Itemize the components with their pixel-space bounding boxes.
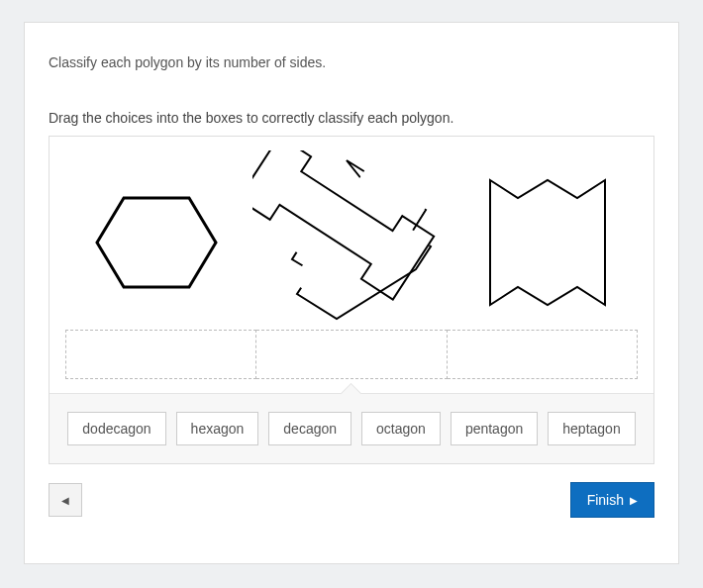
dropzone-1[interactable]	[65, 330, 256, 379]
shapes-row	[50, 137, 653, 330]
triangle-left-icon: ◀	[61, 495, 69, 506]
hexagon-icon	[92, 183, 221, 302]
dropzone-3[interactable]	[448, 330, 638, 379]
back-button[interactable]: ◀	[49, 483, 82, 517]
shape-dodecagon	[252, 150, 451, 334]
svg-marker-2	[287, 158, 432, 313]
shape-decagon	[451, 168, 644, 317]
choice-pentagon[interactable]: pentagon	[451, 412, 538, 445]
shape-hexagon	[59, 183, 252, 302]
dropzone-2[interactable]	[256, 330, 447, 379]
choice-dodecagon[interactable]: dodecagon	[67, 412, 165, 445]
nav-row: ◀ Finish ▶	[49, 482, 654, 518]
choice-decagon[interactable]: decagon	[268, 412, 352, 445]
decagon-icon	[478, 168, 617, 317]
choice-hexagon[interactable]: hexagon	[176, 412, 259, 445]
dodecagon-icon	[252, 150, 451, 334]
finish-button[interactable]: Finish ▶	[570, 482, 654, 518]
choices-tray: dodecagon hexagon decagon octagon pentag…	[50, 393, 653, 463]
instruction-text: Drag the choices into the boxes to corre…	[49, 110, 654, 126]
choice-heptagon[interactable]: heptagon	[548, 412, 635, 445]
finish-label: Finish	[587, 492, 624, 508]
triangle-right-icon: ▶	[630, 495, 638, 506]
svg-marker-6	[490, 180, 605, 305]
choice-octagon[interactable]: octagon	[361, 412, 441, 445]
work-area: dodecagon hexagon decagon octagon pentag…	[49, 136, 654, 464]
question-text: Classify each polygon by its number of s…	[49, 54, 654, 70]
svg-marker-0	[97, 198, 216, 287]
question-card: Classify each polygon by its number of s…	[24, 22, 679, 564]
